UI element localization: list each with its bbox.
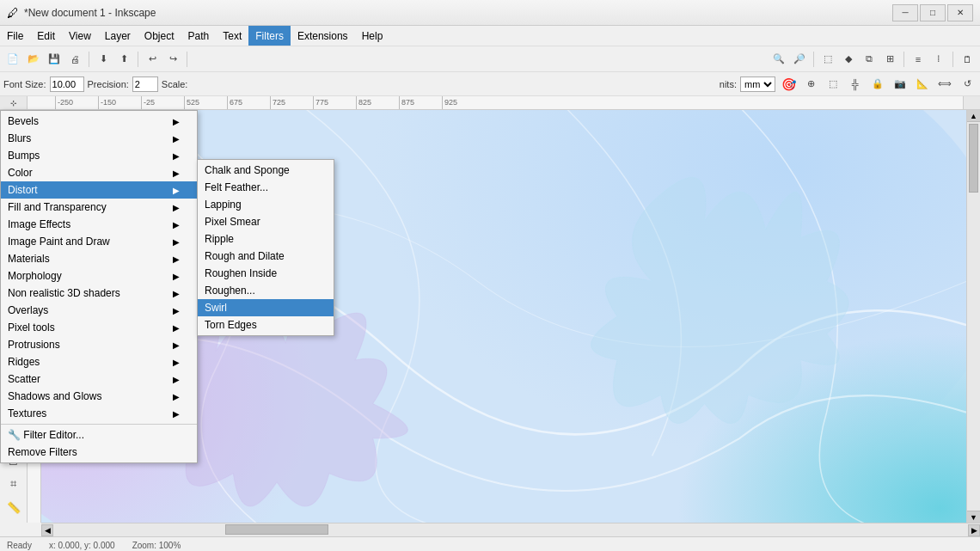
- group-button[interactable]: ⧉: [860, 50, 879, 69]
- menu-fill-transparency[interactable]: Fill and Transparency ▶: [1, 199, 197, 216]
- minimize-button[interactable]: ─: [892, 4, 918, 21]
- redo-button[interactable]: ↪: [163, 50, 182, 69]
- menu-image-effects[interactable]: Image Effects ▶: [1, 216, 197, 233]
- scroll-up-button[interactable]: ▲: [967, 110, 980, 122]
- menu-extensions[interactable]: Extensions: [291, 26, 355, 46]
- filters-dropdown[interactable]: Bevels ▶ Blurs ▶ Bumps ▶ Color ▶ Distort…: [0, 110, 198, 463]
- menu-pixel-tools[interactable]: Pixel tools ▶: [1, 319, 197, 336]
- menu-non-realistic[interactable]: Non realistic 3D shaders ▶: [1, 285, 197, 302]
- ruler-tick: 825: [356, 96, 399, 109]
- menu-blurs[interactable]: Blurs ▶: [1, 130, 197, 147]
- zoom-in-button[interactable]: 🔍: [769, 50, 788, 69]
- distort-rough-dilate[interactable]: Rough and Dilate: [198, 248, 334, 265]
- scroll-right-button[interactable]: ▶: [968, 524, 980, 536]
- titlebar-controls: ─ □ ✕: [892, 4, 973, 21]
- menu-file[interactable]: File: [0, 26, 30, 46]
- font-size-input[interactable]: [50, 77, 84, 92]
- distort-pixel-smear[interactable]: Pixel Smear: [198, 213, 334, 230]
- ruler-tick: -150: [98, 96, 141, 109]
- menu-scatter[interactable]: Scatter ▶: [1, 370, 197, 388]
- ruler-tick: 675: [227, 96, 270, 109]
- menu-protrusions[interactable]: Protrusions ▶: [1, 336, 197, 353]
- distort-ripple[interactable]: Ripple: [198, 230, 334, 248]
- menu-morphology[interactable]: Morphology ▶: [1, 267, 197, 285]
- scroll-track[interactable]: [967, 122, 980, 511]
- menu-object[interactable]: Object: [138, 26, 181, 46]
- menu-materials[interactable]: Materials ▶: [1, 250, 197, 267]
- menu-distort[interactable]: Distort ▶: [1, 181, 197, 199]
- menu-remove-filters[interactable]: Remove Filters: [1, 444, 197, 461]
- distort-roughen[interactable]: Roughen...: [198, 282, 334, 299]
- import-button[interactable]: ⬇: [94, 50, 113, 69]
- close-button[interactable]: ✕: [947, 4, 973, 21]
- menu-layer[interactable]: Layer: [98, 26, 138, 46]
- zoom-out-button[interactable]: 🔎: [790, 50, 809, 69]
- menu-bevels[interactable]: Bevels ▶: [1, 113, 197, 130]
- maximize-button[interactable]: □: [920, 4, 946, 21]
- scroll-down-button[interactable]: ▼: [967, 511, 980, 523]
- menu-shadows-glows[interactable]: Shadows and Glows ▶: [1, 388, 197, 405]
- measure-tool[interactable]: 📏: [3, 497, 25, 519]
- open-button[interactable]: 📂: [24, 50, 43, 69]
- distort-torn-edges[interactable]: Torn Edges: [198, 316, 334, 334]
- menu-filters[interactable]: Filters: [248, 26, 291, 46]
- main-toolbar: 📄 📂 💾 🖨 ⬇ ⬆ ↩ ↪ 🔍 🔎 ⬚ ◆ ⧉ ⊞ ≡ ⁞ 🗒: [0, 46, 980, 72]
- distort-submenu[interactable]: Chalk and Sponge Felt Feather... Lapping…: [197, 159, 334, 336]
- connector-tool[interactable]: ⌗: [3, 473, 25, 495]
- camera-button[interactable]: 📷: [891, 75, 910, 94]
- print-button[interactable]: 🖨: [65, 50, 84, 69]
- save-button[interactable]: 💾: [45, 50, 64, 69]
- undo-button[interactable]: ↩: [143, 50, 162, 69]
- nodes-button[interactable]: ◆: [839, 50, 858, 69]
- right-scrollbar[interactable]: ▲ ▼: [966, 110, 980, 523]
- font-size-label: Font Size:: [3, 79, 46, 89]
- menu-view[interactable]: View: [62, 26, 98, 46]
- new-button[interactable]: 📄: [3, 50, 22, 69]
- distort-roughen-inside[interactable]: Roughen Inside: [198, 265, 334, 282]
- ruler-tick: 925: [442, 96, 485, 109]
- scroll-thumb[interactable]: [969, 124, 978, 193]
- horizontal-ruler: -250 -150 -25 525 675 725 775 825 875 92…: [28, 96, 963, 110]
- spiral-button[interactable]: ↺: [958, 75, 977, 94]
- precision-input[interactable]: [132, 77, 158, 92]
- snap-nodes-button[interactable]: ⊕: [801, 75, 820, 94]
- measure-button[interactable]: 📐: [913, 75, 932, 94]
- hscroll-thumb[interactable]: [225, 524, 328, 535]
- menu-bumps[interactable]: Bumps ▶: [1, 147, 197, 164]
- hscroll-track[interactable]: [53, 523, 968, 536]
- snap-button[interactable]: 🎯: [779, 75, 798, 94]
- menu-textures[interactable]: Textures ▶: [1, 405, 197, 422]
- separator-1: [89, 52, 89, 67]
- distort-felt-feather[interactable]: Felt Feather...: [198, 179, 334, 196]
- horizontal-scrollbar[interactable]: ◀ ▶: [41, 523, 980, 536]
- menu-image-paint-draw[interactable]: Image Paint and Draw ▶: [1, 233, 197, 250]
- select-all-button[interactable]: ⬚: [818, 50, 837, 69]
- menu-ridges[interactable]: Ridges ▶: [1, 353, 197, 370]
- coordinates: x: 0.000, y: 0.000: [49, 541, 115, 550]
- units-select[interactable]: mm px pt: [740, 77, 775, 92]
- xml-button[interactable]: 🗒: [958, 50, 977, 69]
- ungroup-button[interactable]: ⊞: [880, 50, 899, 69]
- scroll-left-button[interactable]: ◀: [41, 524, 53, 536]
- separator-2: [138, 52, 138, 67]
- guide-button[interactable]: ⟺: [935, 75, 954, 94]
- ruler-tick: -250: [55, 96, 98, 109]
- distort-lapping[interactable]: Lapping: [198, 196, 334, 213]
- distort-chalk-sponge[interactable]: Chalk and Sponge: [198, 162, 334, 179]
- distribute-button[interactable]: ⁞: [929, 50, 948, 69]
- ruler-tick: 875: [399, 96, 442, 109]
- distort-swirl[interactable]: Swirl: [198, 299, 334, 316]
- menu-color[interactable]: Color ▶: [1, 164, 197, 181]
- menu-path[interactable]: Path: [181, 26, 217, 46]
- export-button[interactable]: ⬆: [114, 50, 133, 69]
- snap-bbox-button[interactable]: ⬚: [824, 75, 842, 94]
- lock-button[interactable]: 🔒: [868, 75, 887, 94]
- menu-filter-editor[interactable]: 🔧 Filter Editor...: [1, 426, 197, 444]
- ruler-corner-right: [963, 96, 980, 109]
- menu-overlays[interactable]: Overlays ▶: [1, 302, 197, 319]
- menu-edit[interactable]: Edit: [30, 26, 62, 46]
- menu-text[interactable]: Text: [216, 26, 248, 46]
- snap-guide-button[interactable]: ╬: [846, 75, 865, 94]
- align-button[interactable]: ≡: [909, 50, 928, 69]
- menu-help[interactable]: Help: [355, 26, 390, 46]
